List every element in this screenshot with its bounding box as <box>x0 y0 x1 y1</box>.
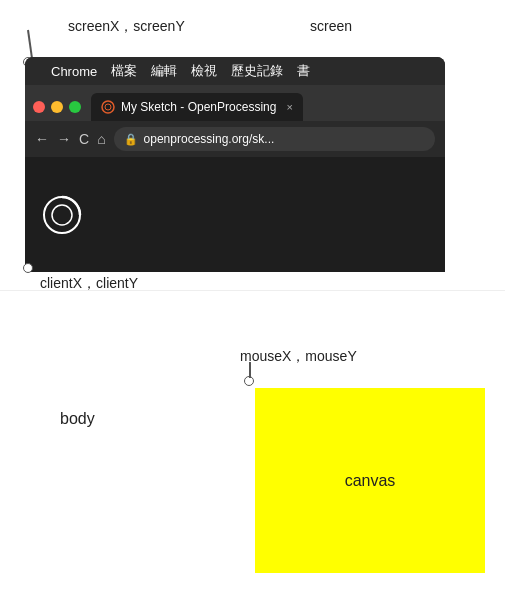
openprocessing-logo <box>40 193 84 237</box>
tab-title: My Sketch - OpenProcessing <box>121 100 276 114</box>
menu-file[interactable]: 檔案 <box>111 62 137 80</box>
screen-xy-label: screenX，screenY <box>68 18 185 36</box>
browser-tab[interactable]: My Sketch - OpenProcessing × <box>91 93 303 121</box>
canvas-element: canvas <box>255 388 485 573</box>
close-button[interactable] <box>33 101 45 113</box>
svg-point-1 <box>105 104 111 110</box>
home-button[interactable]: ⌂ <box>97 131 105 147</box>
mouse-xy-label: mouseX，mouseY <box>240 348 357 366</box>
browser-window: Chrome 檔案 編輯 檢視 歷史記錄 書 My Sketch - OpenP… <box>25 57 445 272</box>
client-xy-dot <box>23 263 33 273</box>
canvas-label: canvas <box>345 472 396 490</box>
menu-bookmarks[interactable]: 書 <box>297 62 310 80</box>
menu-view[interactable]: 檢視 <box>191 62 217 80</box>
maximize-button[interactable] <box>69 101 81 113</box>
tab-close-button[interactable]: × <box>286 101 292 113</box>
screen-label: screen <box>310 18 352 34</box>
menu-chrome[interactable]: Chrome <box>51 64 97 79</box>
reload-button[interactable]: C <box>79 131 89 147</box>
url-text: openprocessing.org/sk... <box>144 132 275 146</box>
tab-bar: My Sketch - OpenProcessing × <box>25 85 445 121</box>
mouse-xy-arrow <box>249 362 251 378</box>
menu-history[interactable]: 歷史記錄 <box>231 62 283 80</box>
traffic-lights <box>33 101 81 121</box>
screen-xy-arrow <box>27 30 33 58</box>
svg-point-3 <box>52 205 72 225</box>
body-label: body <box>60 410 95 428</box>
lock-icon: 🔒 <box>124 133 138 146</box>
menu-bar: Chrome 檔案 編輯 檢視 歷史記錄 書 <box>25 57 445 85</box>
menu-edit[interactable]: 編輯 <box>151 62 177 80</box>
address-input[interactable]: 🔒 openprocessing.org/sk... <box>114 127 435 151</box>
tab-favicon-icon <box>101 100 115 114</box>
back-button[interactable]: ← <box>35 131 49 147</box>
minimize-button[interactable] <box>51 101 63 113</box>
address-bar: ← → C ⌂ 🔒 openprocessing.org/sk... <box>25 121 445 157</box>
browser-content-area <box>25 157 445 272</box>
forward-button[interactable]: → <box>57 131 71 147</box>
svg-point-0 <box>102 101 114 113</box>
